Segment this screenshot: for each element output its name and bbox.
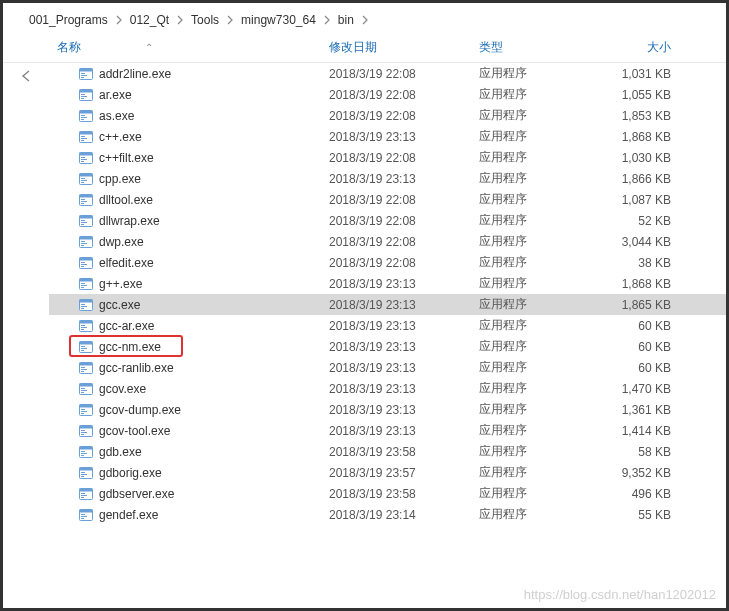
breadcrumb-item[interactable]: 001_Programs xyxy=(29,13,108,27)
column-header-name[interactable]: 名称 ⌃ xyxy=(49,39,329,56)
file-row[interactable]: gcov.exe2018/3/19 23:13应用程序1,470 KB xyxy=(49,378,726,399)
svg-rect-82 xyxy=(81,409,85,410)
file-date: 2018/3/19 23:13 xyxy=(329,382,479,396)
file-date: 2018/3/19 22:08 xyxy=(329,151,479,165)
file-size: 38 KB xyxy=(589,256,689,270)
file-row[interactable]: gdbserver.exe2018/3/19 23:58应用程序496 KB xyxy=(49,483,726,504)
file-name: elfedit.exe xyxy=(99,256,154,270)
file-row[interactable]: dlltool.exe2018/3/19 22:08应用程序1,087 KB xyxy=(49,189,726,210)
file-row[interactable]: gcc-ar.exe2018/3/19 23:13应用程序60 KB xyxy=(49,315,726,336)
svg-rect-42 xyxy=(81,241,85,242)
file-size: 9,352 KB xyxy=(589,466,689,480)
breadcrumb-item[interactable]: bin xyxy=(338,13,354,27)
file-date: 2018/3/19 23:14 xyxy=(329,508,479,522)
file-type: 应用程序 xyxy=(479,464,589,481)
column-header-size[interactable]: 大小 xyxy=(589,39,689,56)
svg-rect-77 xyxy=(81,388,85,389)
svg-rect-88 xyxy=(81,432,87,433)
file-type: 应用程序 xyxy=(479,485,589,502)
file-name: as.exe xyxy=(99,109,134,123)
svg-rect-61 xyxy=(80,320,93,323)
file-row[interactable]: ar.exe2018/3/19 22:08应用程序1,055 KB xyxy=(49,84,726,105)
file-name: gcov.exe xyxy=(99,382,146,396)
file-row[interactable]: gcc.exe2018/3/19 23:13应用程序1,865 KB xyxy=(49,294,726,315)
svg-rect-32 xyxy=(81,199,85,200)
chevron-up-left-icon xyxy=(19,69,33,83)
file-type: 应用程序 xyxy=(479,401,589,418)
file-row[interactable]: c++.exe2018/3/19 23:13应用程序1,868 KB xyxy=(49,126,726,147)
svg-rect-53 xyxy=(81,285,87,286)
svg-rect-22 xyxy=(81,157,85,158)
svg-rect-13 xyxy=(81,117,87,118)
svg-rect-67 xyxy=(81,346,85,347)
file-date: 2018/3/19 22:08 xyxy=(329,88,479,102)
file-row[interactable]: gdborig.exe2018/3/19 23:57应用程序9,352 KB xyxy=(49,462,726,483)
file-name: gdborig.exe xyxy=(99,466,162,480)
svg-rect-106 xyxy=(80,509,93,512)
file-name: gdb.exe xyxy=(99,445,142,459)
file-row[interactable]: gcc-ranlib.exe2018/3/19 23:13应用程序60 KB xyxy=(49,357,726,378)
svg-rect-12 xyxy=(81,115,85,116)
svg-rect-89 xyxy=(81,434,84,435)
file-type: 应用程序 xyxy=(479,254,589,271)
svg-rect-97 xyxy=(81,472,85,473)
svg-rect-99 xyxy=(81,476,84,477)
breadcrumb-item[interactable]: mingw730_64 xyxy=(241,13,316,27)
file-type: 应用程序 xyxy=(479,443,589,460)
exe-file-icon xyxy=(79,446,93,458)
svg-rect-18 xyxy=(81,138,87,139)
file-type: 应用程序 xyxy=(479,170,589,187)
file-name: dwp.exe xyxy=(99,235,144,249)
breadcrumb-item[interactable]: Tools xyxy=(191,13,219,27)
file-date: 2018/3/19 23:13 xyxy=(329,298,479,312)
file-row[interactable]: g++.exe2018/3/19 23:13应用程序1,868 KB xyxy=(49,273,726,294)
file-row[interactable]: gcov-dump.exe2018/3/19 23:13应用程序1,361 KB xyxy=(49,399,726,420)
svg-rect-51 xyxy=(80,278,93,281)
file-row[interactable]: dwp.exe2018/3/19 22:08应用程序3,044 KB xyxy=(49,231,726,252)
exe-file-icon xyxy=(79,236,93,248)
file-size: 58 KB xyxy=(589,445,689,459)
file-row[interactable]: addr2line.exe2018/3/19 22:08应用程序1,031 KB xyxy=(49,63,726,84)
svg-rect-101 xyxy=(80,488,93,491)
file-row[interactable]: c++filt.exe2018/3/19 22:08应用程序1,030 KB xyxy=(49,147,726,168)
file-row[interactable]: elfedit.exe2018/3/19 22:08应用程序38 KB xyxy=(49,252,726,273)
chevron-right-icon xyxy=(322,15,332,25)
file-row[interactable]: as.exe2018/3/19 22:08应用程序1,853 KB xyxy=(49,105,726,126)
column-header-date[interactable]: 修改日期 xyxy=(329,39,479,56)
svg-rect-94 xyxy=(81,455,84,456)
svg-rect-2 xyxy=(81,73,85,74)
svg-rect-93 xyxy=(81,453,87,454)
svg-rect-39 xyxy=(81,224,84,225)
breadcrumb[interactable]: 001_Programs 012_Qt Tools mingw730_64 bi… xyxy=(3,3,726,35)
column-header-type[interactable]: 类型 xyxy=(479,39,589,56)
exe-file-icon xyxy=(79,509,93,521)
svg-rect-79 xyxy=(81,392,84,393)
file-row[interactable]: gdb.exe2018/3/19 23:58应用程序58 KB xyxy=(49,441,726,462)
file-size: 60 KB xyxy=(589,361,689,375)
svg-rect-14 xyxy=(81,119,84,120)
exe-file-icon xyxy=(79,425,93,437)
svg-rect-6 xyxy=(80,89,93,92)
svg-rect-49 xyxy=(81,266,84,267)
breadcrumb-item[interactable]: 012_Qt xyxy=(130,13,169,27)
file-name: c++.exe xyxy=(99,130,142,144)
file-name: gendef.exe xyxy=(99,508,158,522)
file-name: gcov-tool.exe xyxy=(99,424,170,438)
nav-up-button[interactable] xyxy=(3,63,49,525)
file-name: gcc.exe xyxy=(99,298,140,312)
svg-rect-84 xyxy=(81,413,84,414)
file-date: 2018/3/19 23:13 xyxy=(329,130,479,144)
file-row[interactable]: cpp.exe2018/3/19 23:13应用程序1,866 KB xyxy=(49,168,726,189)
file-type: 应用程序 xyxy=(479,149,589,166)
file-type: 应用程序 xyxy=(479,338,589,355)
file-row[interactable]: dllwrap.exe2018/3/19 22:08应用程序52 KB xyxy=(49,210,726,231)
file-size: 1,031 KB xyxy=(589,67,689,81)
file-row[interactable]: gcc-nm.exe2018/3/19 23:13应用程序60 KB xyxy=(49,336,726,357)
file-row[interactable]: gendef.exe2018/3/19 23:14应用程序55 KB xyxy=(49,504,726,525)
file-row[interactable]: gcov-tool.exe2018/3/19 23:13应用程序1,414 KB xyxy=(49,420,726,441)
file-list: addr2line.exe2018/3/19 22:08应用程序1,031 KB… xyxy=(49,63,726,525)
file-date: 2018/3/19 22:08 xyxy=(329,193,479,207)
file-size: 496 KB xyxy=(589,487,689,501)
chevron-right-icon xyxy=(114,15,124,25)
svg-rect-19 xyxy=(81,140,84,141)
